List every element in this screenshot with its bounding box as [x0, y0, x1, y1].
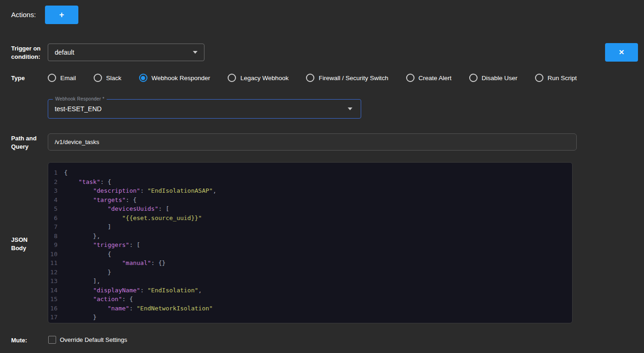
code-line-text: "description": "EndIsolationASAP",	[64, 186, 217, 195]
radio-dot-icon	[537, 76, 542, 80]
code-line: 4 "targets": {	[48, 195, 572, 205]
action-editor-page: Actions: + Trigger on condition: default…	[0, 0, 644, 353]
radio-button-icon	[94, 74, 102, 82]
code-line: 7 ]	[48, 222, 572, 232]
json-body-label: JSON Body	[11, 236, 27, 252]
code-line: 14 "displayName": "EndIsolation",	[48, 286, 572, 295]
line-number: 2	[48, 177, 64, 187]
radio-label: Run Script	[548, 75, 577, 82]
radio-label: Create Alert	[419, 75, 452, 82]
type-radio-create-alert[interactable]: Create Alert	[406, 74, 452, 82]
type-radio-firewall-security-switch[interactable]: Firewall / Security Switch	[306, 74, 388, 82]
type-radio-webhook-responder[interactable]: Webhook Responder	[139, 74, 210, 82]
code-line: 16 "name": "EndNetworkIsolation"	[48, 304, 572, 313]
radio-button-icon	[469, 74, 478, 82]
code-line: 12 }	[48, 268, 572, 277]
code-line: 10 {	[48, 250, 572, 259]
radio-dot-icon	[141, 76, 145, 80]
line-number: 9	[48, 240, 64, 250]
radio-label: Slack	[106, 75, 121, 82]
radio-button-icon	[535, 74, 543, 82]
code-line-text: },	[64, 232, 100, 241]
type-radio-email[interactable]: Email	[48, 74, 76, 82]
type-radio-legacy-webhook[interactable]: Legacy Webhook	[228, 74, 288, 82]
line-number: 5	[48, 204, 64, 214]
radio-label: Email	[60, 75, 76, 82]
webhook-responder-value: test-ESET_END	[55, 105, 348, 113]
line-number: 16	[48, 304, 64, 313]
radio-dot-icon	[408, 76, 412, 80]
line-number: 11	[48, 258, 64, 268]
radio-label: Disable User	[482, 75, 517, 82]
code-line-text: ],	[64, 277, 100, 286]
code-line-text: }	[64, 322, 82, 324]
line-number: 10	[48, 250, 64, 259]
radio-button-icon	[406, 74, 414, 82]
path-query-label: Path and Query	[11, 134, 37, 151]
type-radio-slack[interactable]: Slack	[94, 74, 121, 82]
code-line-text: "manual": {}	[64, 258, 166, 268]
json-body-editor[interactable]: 1{2 "task": {3 "description": "EndIsolat…	[48, 162, 573, 323]
line-number: 18	[48, 322, 64, 324]
code-line: 1{	[48, 168, 572, 177]
line-number: 4	[48, 195, 64, 205]
code-line-text: "devicesUuids": [	[64, 204, 169, 214]
code-line-text: "displayName": "EndIsolation",	[64, 286, 202, 295]
line-number: 8	[48, 232, 64, 241]
trigger-condition-label-line2: condition:	[11, 53, 41, 61]
code-line-text: "action": {	[64, 295, 133, 304]
remove-action-button[interactable]: ✕	[605, 43, 638, 62]
type-radio-run-script[interactable]: Run Script	[535, 74, 577, 82]
type-radio-disable-user[interactable]: Disable User	[469, 74, 517, 82]
code-line: 2 "task": {	[48, 177, 572, 187]
code-line-text: {	[64, 168, 68, 177]
path-query-input[interactable]	[48, 133, 577, 151]
json-editor-code: 1{2 "task": {3 "description": "EndIsolat…	[48, 168, 572, 323]
add-action-button[interactable]: +	[45, 6, 78, 24]
code-line-text: ]	[64, 222, 111, 232]
code-line: 18 }	[48, 322, 572, 324]
trigger-condition-label: Trigger on condition:	[11, 44, 41, 61]
chevron-down-icon	[193, 51, 198, 54]
radio-dot-icon	[308, 76, 312, 80]
code-line-text: "targets": {	[64, 195, 137, 205]
radio-button-icon	[139, 74, 147, 82]
mute-override-checkbox-label: Override Default Settings	[60, 336, 127, 343]
code-line: 6 "{{eset.source_uuid}}"	[48, 214, 572, 223]
radio-dot-icon	[50, 76, 54, 80]
line-number: 6	[48, 214, 64, 223]
line-number: 1	[48, 168, 64, 177]
radio-button-icon	[228, 74, 236, 82]
code-line-text: {	[64, 250, 111, 259]
trigger-condition-select[interactable]: default	[48, 44, 204, 61]
line-number: 15	[48, 295, 64, 304]
code-line-text: "triggers": [	[64, 240, 140, 250]
code-line-text: "task": {	[64, 177, 111, 187]
webhook-responder-float-label: Webhook Responder *	[53, 96, 107, 102]
code-line-text: }	[64, 313, 96, 322]
line-number: 13	[48, 277, 64, 286]
radio-label: Legacy Webhook	[240, 75, 288, 82]
code-line-text: "{{eset.source_uuid}}"	[64, 214, 202, 223]
actions-label: Actions:	[11, 11, 36, 19]
path-query-label-line1: Path and	[11, 134, 37, 143]
radio-label: Webhook Responder	[152, 75, 210, 82]
webhook-responder-select[interactable]: Webhook Responder * test-ESET_END	[48, 99, 361, 119]
code-line: 3 "description": "EndIsolationASAP",	[48, 186, 572, 195]
json-body-label-line1: JSON	[11, 236, 27, 244]
line-number: 14	[48, 286, 64, 295]
mute-override-option[interactable]: Override Default Settings	[48, 336, 127, 344]
radio-dot-icon	[96, 76, 100, 80]
radio-button-icon	[306, 74, 314, 82]
code-line: 11 "manual": {}	[48, 258, 572, 268]
radio-dot-icon	[230, 76, 234, 80]
chevron-down-icon	[348, 107, 352, 110]
radio-button-icon	[48, 74, 56, 82]
checkbox-icon[interactable]	[48, 336, 56, 344]
line-number: 3	[48, 186, 64, 195]
json-body-label-line2: Body	[11, 244, 27, 252]
code-line-text: }	[64, 268, 111, 277]
radio-dot-icon	[471, 76, 475, 80]
code-line: 8 },	[48, 232, 572, 241]
radio-label: Firewall / Security Switch	[319, 75, 388, 82]
